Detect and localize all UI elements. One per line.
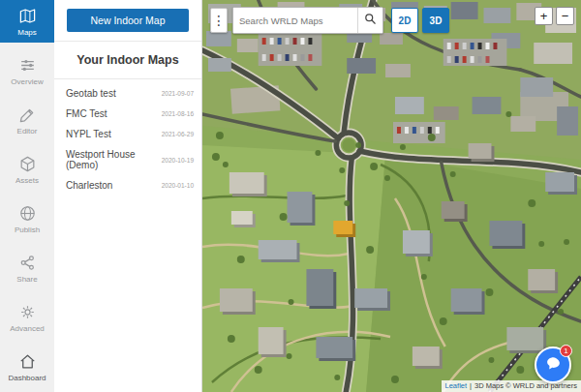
leaflet-link[interactable]: Leaflet <box>445 381 468 390</box>
sidebar-item-assets[interactable]: Assets <box>0 148 54 191</box>
indoor-map-name: Charleston <box>66 180 112 191</box>
indoor-map-date: 2021-06-29 <box>162 131 194 137</box>
sidebar-item-label: Advanced <box>10 324 45 333</box>
attribution-credits: 3D Maps © WRLD and partners <box>474 381 577 390</box>
search-input[interactable] <box>233 8 357 33</box>
wrld-map-designer: Maps Overview Editor Assets Publish <box>0 0 581 392</box>
indoor-map-date: 2020-10-19 <box>162 157 194 164</box>
map-icon <box>18 7 37 25</box>
sidebar-item-maps[interactable]: Maps <box>0 0 54 43</box>
sidebar-item-label: Maps <box>17 28 37 37</box>
search-icon <box>363 12 378 29</box>
map-view: ⋮ 2D 3D + − Leaflet | 3D Maps © <box>202 0 581 392</box>
indoor-map-name: FMC Test <box>66 108 107 119</box>
toggle-3d-button[interactable]: 3D <box>422 8 449 33</box>
zoom-out-button[interactable]: − <box>556 7 574 25</box>
map-attribution: Leaflet | 3D Maps © WRLD and partners <box>442 380 581 392</box>
chat-bubble-icon <box>545 355 562 376</box>
chat-launcher-button[interactable]: 1 <box>535 347 571 383</box>
indoor-map-date: 2021-09-07 <box>162 90 194 97</box>
sidebar: Maps Overview Editor Assets Publish <box>0 0 54 392</box>
map-toolbar: ⋮ 2D 3D <box>210 7 449 34</box>
dimension-toggle: 2D 3D <box>391 8 449 33</box>
sidebar-item-label: Editor <box>17 127 38 136</box>
indoor-map-row[interactable]: NYPL Test 2021-06-29 <box>54 124 201 144</box>
map-search-box <box>232 7 383 34</box>
cube-icon <box>18 155 37 173</box>
map-menu-button[interactable]: ⋮ <box>210 8 228 33</box>
indoor-map-row[interactable]: FMC Test 2021-08-16 <box>54 104 201 124</box>
sidebar-item-label: Publish <box>15 226 40 234</box>
toggle-2d-button[interactable]: 2D <box>391 8 418 33</box>
map-3d-canvas[interactable] <box>202 0 581 392</box>
notification-badge: 1 <box>560 345 572 357</box>
globe-icon <box>18 204 37 223</box>
indoor-map-row[interactable]: Geotab test 2021-09-07 <box>54 83 201 104</box>
sidebar-item-share[interactable]: Share <box>0 247 54 289</box>
indoor-maps-panel: New Indoor Map Your Indoor Maps Geotab t… <box>54 0 202 392</box>
sidebar-item-dashboard[interactable]: Dashboard <box>0 346 54 388</box>
indoor-map-name: Westport House (Demo) <box>66 149 158 170</box>
indoor-map-date: 2021-08-16 <box>162 110 194 117</box>
zoom-controls: + − <box>535 7 574 25</box>
indoor-maps-list: Geotab test 2021-09-07 FMC Test 2021-08-… <box>54 83 201 196</box>
sidebar-item-overview[interactable]: Overview <box>0 49 54 92</box>
search-button[interactable] <box>357 8 382 33</box>
panel-divider <box>54 41 201 42</box>
attribution-separator: | <box>470 381 472 390</box>
sidebar-item-label: Dashboard <box>8 374 46 382</box>
sidebar-item-advanced[interactable]: Advanced <box>0 296 54 339</box>
indoor-map-row[interactable]: Westport House (Demo) 2020-10-19 <box>54 144 201 175</box>
gear-icon <box>18 303 37 321</box>
sidebar-item-publish[interactable]: Publish <box>0 197 54 240</box>
sidebar-item-label: Overview <box>11 77 43 86</box>
sidebar-item-label: Assets <box>15 176 39 185</box>
indoor-map-date: 2020-01-10 <box>162 182 194 189</box>
share-icon <box>18 254 37 272</box>
sidebar-item-editor[interactable]: Editor <box>0 99 54 141</box>
indoor-map-row[interactable]: Charleston 2020-01-10 <box>54 175 201 196</box>
pencil-icon <box>18 106 37 124</box>
indoor-map-name: Geotab test <box>66 88 116 99</box>
zoom-in-button[interactable]: + <box>535 7 553 25</box>
indoor-map-name: NYPL Test <box>66 129 111 139</box>
panel-title: Your Indoor Maps <box>54 53 201 67</box>
panel-divider <box>54 78 201 79</box>
home-icon <box>18 352 37 371</box>
new-indoor-map-button[interactable]: New Indoor Map <box>67 9 189 32</box>
sliders-icon <box>18 56 37 75</box>
sidebar-item-label: Share <box>16 275 37 284</box>
